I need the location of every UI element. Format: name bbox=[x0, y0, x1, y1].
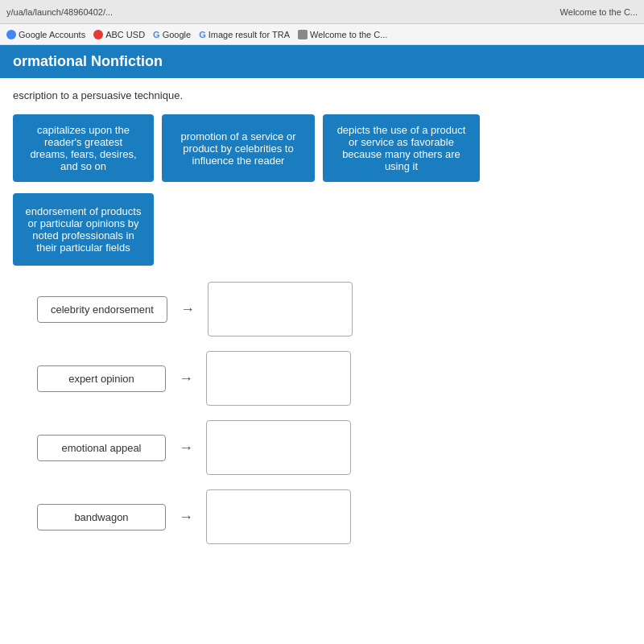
image-result-icon: G bbox=[199, 30, 206, 39]
arrow-emotional: → bbox=[179, 440, 193, 456]
browser-topbar: y/ua/la/launch/48960402/... Welcome to t… bbox=[0, 0, 644, 24]
match-answer-bandwagon[interactable] bbox=[206, 489, 351, 544]
blue-box-promotion[interactable]: promotion of a service or product by cel… bbox=[162, 114, 315, 182]
match-row-emotional: emotional appeal → bbox=[37, 420, 631, 475]
matching-section: celebrity endorsement → expert opinion →… bbox=[13, 282, 631, 544]
bookmark-google-accounts[interactable]: Google Accounts bbox=[6, 30, 85, 39]
google-accounts-icon bbox=[6, 30, 16, 39]
bookmark-google[interactable]: G Google bbox=[153, 30, 191, 39]
welcome-icon bbox=[298, 30, 308, 39]
blue-boxes-row: capitalizes upon the reader's greatest d… bbox=[13, 114, 631, 182]
arrow-celebrity: → bbox=[180, 301, 195, 318]
instruction-text: escription to a persuasive technique. bbox=[13, 89, 631, 101]
match-row-bandwagon: bandwagon → bbox=[37, 489, 631, 544]
url-bar: y/ua/la/launch/48960402/... bbox=[6, 7, 113, 17]
match-row-expert: expert opinion → bbox=[37, 351, 631, 406]
bookmark-welcome[interactable]: Welcome to the C... bbox=[298, 30, 387, 39]
blue-box-depicts[interactable]: depicts the use of a product or service … bbox=[323, 114, 480, 182]
match-label-expert[interactable]: expert opinion bbox=[37, 365, 166, 392]
bookmark-image-result[interactable]: G Image result for TRA bbox=[199, 30, 290, 39]
blue-boxes-row-2: endorsement of products or particular op… bbox=[13, 190, 631, 266]
match-answer-celebrity[interactable] bbox=[208, 282, 353, 336]
page-content: escription to a persuasive technique. ca… bbox=[0, 78, 644, 555]
blue-box-capitalizes[interactable]: capitalizes upon the reader's greatest d… bbox=[13, 114, 154, 182]
match-answer-emotional[interactable] bbox=[206, 420, 351, 475]
page-title: ormational Nonfiction bbox=[13, 53, 163, 69]
page-wrapper: ormational Nonfiction escription to a pe… bbox=[0, 45, 644, 644]
bookmarks-bar: Google Accounts ABC USD G Google G Image… bbox=[0, 24, 644, 45]
match-label-bandwagon[interactable]: bandwagon bbox=[37, 504, 166, 530]
bookmark-abc-usd[interactable]: ABC USD bbox=[93, 30, 145, 39]
match-label-celebrity[interactable]: celebrity endorsement bbox=[37, 296, 167, 323]
arrow-expert: → bbox=[179, 370, 193, 387]
abc-usd-icon bbox=[93, 30, 103, 39]
match-row-celebrity: celebrity endorsement → bbox=[37, 282, 631, 336]
arrow-bandwagon: → bbox=[179, 509, 193, 526]
page-header: ormational Nonfiction bbox=[0, 45, 644, 78]
blue-box-endorsement[interactable]: endorsement of products or particular op… bbox=[13, 193, 154, 266]
match-label-emotional[interactable]: emotional appeal bbox=[37, 435, 166, 461]
match-answer-expert[interactable] bbox=[206, 351, 351, 406]
google-g-icon: G bbox=[153, 30, 160, 39]
tab-welcome: Welcome to the C... bbox=[560, 7, 638, 17]
